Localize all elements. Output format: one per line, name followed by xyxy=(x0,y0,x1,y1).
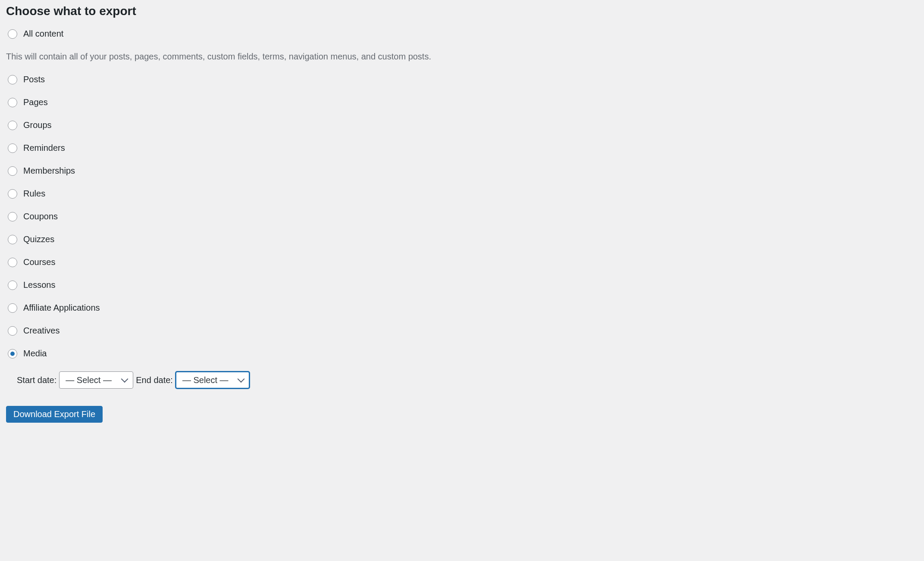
label-all-content[interactable]: All content xyxy=(23,29,63,39)
option-quizzes-row: Quizzes xyxy=(6,234,924,244)
all-content-description: This will contain all of your posts, pag… xyxy=(6,52,924,62)
option-affiliate-applications-row: Affiliate Applications xyxy=(6,303,924,313)
radio-posts[interactable] xyxy=(8,75,17,84)
start-date-label: Start date: xyxy=(17,375,56,385)
end-date-select-wrapper: — Select — xyxy=(175,371,250,389)
radio-quizzes[interactable] xyxy=(8,235,17,244)
radio-media[interactable] xyxy=(8,349,17,358)
label-posts[interactable]: Posts xyxy=(23,75,45,84)
label-affiliate-applications[interactable]: Affiliate Applications xyxy=(23,303,100,313)
label-creatives[interactable]: Creatives xyxy=(23,326,60,336)
end-date-label: End date: xyxy=(136,375,173,385)
export-heading: Choose what to export xyxy=(6,4,924,18)
label-pages[interactable]: Pages xyxy=(23,97,48,107)
radio-reminders[interactable] xyxy=(8,143,17,153)
date-filter-row: Start date: — Select — End date: — Selec… xyxy=(17,371,924,389)
radio-all-content[interactable] xyxy=(8,29,17,39)
start-date-select[interactable]: — Select — xyxy=(59,371,133,389)
label-rules[interactable]: Rules xyxy=(23,189,45,199)
option-posts-row: Posts xyxy=(6,75,924,84)
label-quizzes[interactable]: Quizzes xyxy=(23,234,54,244)
label-groups[interactable]: Groups xyxy=(23,120,52,130)
option-coupons-row: Coupons xyxy=(6,212,924,221)
label-memberships[interactable]: Memberships xyxy=(23,166,75,176)
radio-lessons[interactable] xyxy=(8,280,17,290)
option-memberships-row: Memberships xyxy=(6,166,924,176)
option-courses-row: Courses xyxy=(6,257,924,267)
label-coupons[interactable]: Coupons xyxy=(23,212,58,221)
radio-rules[interactable] xyxy=(8,189,17,199)
radio-coupons[interactable] xyxy=(8,212,17,221)
start-date-select-wrapper: — Select — xyxy=(59,371,133,389)
option-lessons-row: Lessons xyxy=(6,280,924,290)
radio-creatives[interactable] xyxy=(8,326,17,336)
label-media[interactable]: Media xyxy=(23,349,47,358)
option-reminders-row: Reminders xyxy=(6,143,924,153)
label-lessons[interactable]: Lessons xyxy=(23,280,56,290)
end-date-select[interactable]: — Select — xyxy=(175,371,250,389)
radio-pages[interactable] xyxy=(8,98,17,107)
option-rules-row: Rules xyxy=(6,189,924,199)
radio-courses[interactable] xyxy=(8,258,17,267)
option-groups-row: Groups xyxy=(6,120,924,130)
label-reminders[interactable]: Reminders xyxy=(23,143,65,153)
option-creatives-row: Creatives xyxy=(6,326,924,336)
option-media-row: Media xyxy=(6,349,924,358)
label-courses[interactable]: Courses xyxy=(23,257,55,267)
download-export-button[interactable]: Download Export File xyxy=(6,406,103,423)
option-pages-row: Pages xyxy=(6,97,924,107)
radio-memberships[interactable] xyxy=(8,166,17,176)
option-all-content-row: All content xyxy=(6,29,924,39)
radio-affiliate-applications[interactable] xyxy=(8,303,17,313)
radio-groups[interactable] xyxy=(8,121,17,130)
